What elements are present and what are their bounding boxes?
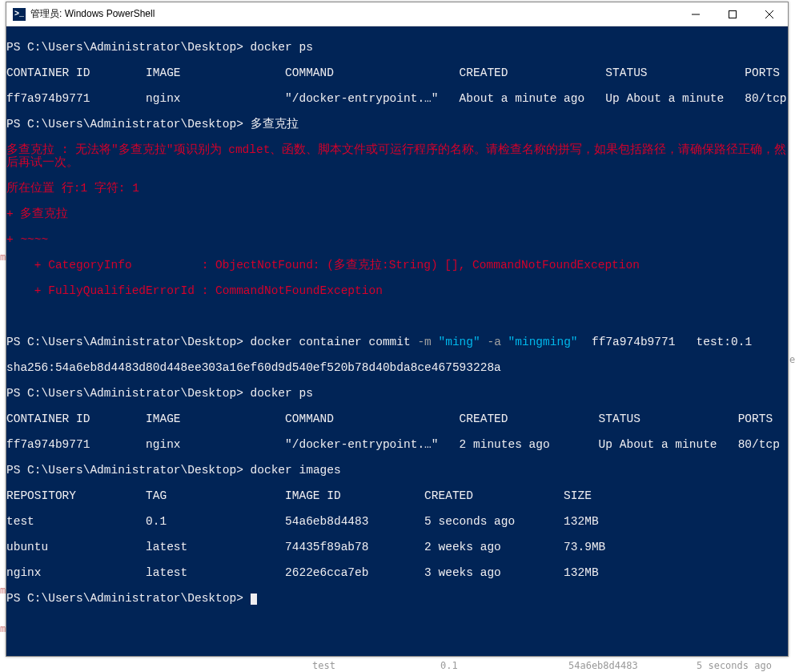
- error-line: + ~~~~: [6, 233, 788, 246]
- error-line: 所在位置 行:1 字符: 1: [6, 182, 788, 195]
- prompt: PS C:\Users\Administrator\Desktop>: [6, 387, 251, 400]
- prompt-line: PS C:\Users\Administrator\Desktop> 多查克拉: [6, 118, 788, 131]
- prompt: PS C:\Users\Administrator\Desktop>: [6, 592, 251, 605]
- bg-text: 5 seconds ago: [697, 660, 772, 671]
- maximize-button[interactable]: [714, 2, 751, 26]
- docker-ps-row: ff7a974b9771 nginx "/docker-entrypoint.……: [6, 92, 788, 105]
- close-button[interactable]: [751, 2, 788, 26]
- minimize-button[interactable]: [677, 2, 714, 26]
- bg-text: e: [789, 354, 795, 365]
- error-line: + CategoryInfo : ObjectNotFound: (多查克拉:S…: [6, 259, 788, 272]
- window-controls: [677, 2, 788, 26]
- powershell-icon: >_: [13, 8, 26, 21]
- error-line: + 多查克拉: [6, 207, 788, 220]
- bg-text: 54a6eb8d4483: [568, 660, 638, 671]
- svg-rect-1: [729, 10, 737, 18]
- docker-images-row: ubuntu latest 74435f89ab78 2 weeks ago 7…: [6, 541, 788, 553]
- docker-images-row: test 0.1 54a6eb8d4483 5 seconds ago 132M…: [6, 515, 788, 528]
- window-title: 管理员: Windows PowerShell: [30, 7, 677, 21]
- cmd-arg: "ming": [439, 336, 480, 348]
- prompt-line: PS C:\Users\Administrator\Desktop>: [6, 592, 788, 605]
- powershell-window: >_ 管理员: Windows PowerShell PS C:\Users\A…: [6, 2, 789, 657]
- bg-text: test: [312, 660, 335, 671]
- prompt-line: PS C:\Users\Administrator\Desktop> docke…: [6, 464, 788, 477]
- error-line: [6, 310, 788, 323]
- command: docker ps: [251, 387, 313, 400]
- docker-images-header: REPOSITORY TAG IMAGE ID CREATED SIZE: [6, 489, 788, 502]
- prompt: PS C:\Users\Administrator\Desktop>: [6, 464, 251, 477]
- docker-images-row: nginx latest 2622e6cca7eb 3 weeks ago 13…: [6, 566, 788, 579]
- error-line: + FullyQualifiedErrorId : CommandNotFoun…: [6, 284, 788, 297]
- prompt: PS C:\Users\Administrator\Desktop>: [6, 118, 251, 131]
- error-line: 多查克拉 : 无法将"多查克拉"项识别为 cmdlet、函数、脚本文件或可运行程…: [6, 143, 788, 169]
- cmd-option: -a: [487, 336, 508, 348]
- command: docker ps: [251, 41, 313, 54]
- command: docker images: [251, 464, 341, 477]
- prompt: PS C:\Users\Administrator\Desktop>: [6, 336, 251, 348]
- docker-ps-header: CONTAINER ID IMAGE COMMAND CREATED STATU…: [6, 66, 788, 79]
- command: 多查克拉: [251, 118, 299, 131]
- docker-ps-row: ff7a974b9771 nginx "/docker-entrypoint.……: [6, 438, 788, 451]
- prompt-line: PS C:\Users\Administrator\Desktop> docke…: [6, 387, 788, 400]
- terminal-pane[interactable]: PS C:\Users\Administrator\Desktop> docke…: [6, 26, 788, 656]
- prompt-line: PS C:\Users\Administrator\Desktop> docke…: [6, 336, 788, 348]
- titlebar[interactable]: >_ 管理员: Windows PowerShell: [6, 2, 788, 26]
- cursor: [251, 594, 257, 605]
- cmd-arg: "mingming": [508, 336, 578, 348]
- bg-text: 0.1: [440, 660, 458, 671]
- output-line: sha256:54a6eb8d4483d80d448ee303a16ef60d9…: [6, 361, 788, 374]
- cmd-option: -m: [417, 336, 438, 348]
- command-tail: ff7a974b9771 test:0.1: [578, 336, 753, 348]
- command: docker container commit: [251, 336, 418, 348]
- prompt-line: PS C:\Users\Administrator\Desktop> docke…: [6, 41, 788, 54]
- docker-ps-header: CONTAINER ID IMAGE COMMAND CREATED STATU…: [6, 412, 788, 425]
- prompt: PS C:\Users\Administrator\Desktop>: [6, 41, 251, 54]
